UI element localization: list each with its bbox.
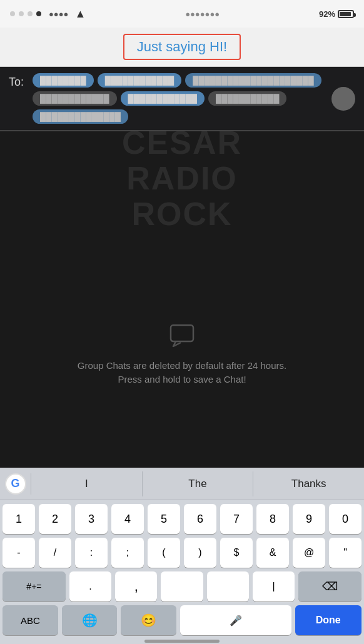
recipient-tag[interactable]: █████████████████████ (185, 73, 321, 88)
number-row: 1 2 3 4 5 6 7 8 9 0 (0, 500, 364, 534)
status-bar: ●●●● ▲ ●●●●●●● 92% (0, 0, 364, 28)
home-bar-area (0, 640, 364, 644)
status-left: ●●●● ▲ (10, 8, 86, 21)
battery-fill (340, 12, 351, 16)
dot3 (28, 11, 33, 16)
title-box: Just saying HI! (123, 34, 241, 60)
key-space[interactable]: 🎤 (180, 605, 291, 635)
battery-icon (338, 10, 354, 18)
key-colon[interactable]: : (75, 538, 108, 568)
app-area: Just saying HI! To: ████████ ███████████… (0, 28, 364, 644)
key-1[interactable]: 1 (3, 504, 35, 534)
battery-percentage: 92% (319, 9, 335, 19)
recipient-tag[interactable]: ███████████ (208, 91, 286, 106)
recipients-area[interactable]: To: ████████ ████████████ ██████████████… (0, 67, 364, 131)
key-pipe[interactable]: | (253, 571, 295, 601)
status-center: ●●●●●●● (185, 9, 220, 19)
key-globe[interactable]: 🌐 (62, 605, 118, 635)
title-bar: Just saying HI! (0, 28, 364, 67)
suggestion-the: The (188, 478, 206, 490)
key-rparen[interactable]: ) (184, 538, 216, 568)
key-5[interactable]: 5 (148, 504, 180, 534)
recipient-tag[interactable]: ██████████████ (33, 109, 128, 124)
chat-info-text: Group Chats are deleted by default after… (78, 359, 286, 387)
dot4 (36, 11, 41, 16)
symbol-row-1: - / : ; ( ) $ & @ " (0, 534, 364, 568)
key-slash[interactable]: / (39, 538, 71, 568)
key-emoji[interactable]: 😊 (121, 605, 176, 635)
key-8[interactable]: 8 (256, 504, 289, 534)
to-label: To: (9, 76, 28, 89)
status-right: 92% (319, 9, 354, 19)
recipient-tag[interactable]: ████████████ (98, 73, 182, 88)
google-button[interactable]: G (0, 473, 31, 495)
recipient-tag[interactable]: ████████████ (121, 91, 205, 106)
wifi-icon: ▲ (74, 8, 86, 21)
key-comma[interactable]: , (115, 571, 157, 601)
keyboard-area: G I The Thanks 1 2 3 4 5 6 (0, 468, 364, 644)
predictive-i[interactable]: I (31, 471, 143, 496)
suggestion-i: I (85, 478, 88, 490)
dot2 (19, 11, 24, 16)
suggestion-thanks: Thanks (291, 478, 326, 490)
carrier-label: ●●●● (49, 9, 68, 19)
key-ampersand[interactable]: & (256, 538, 289, 568)
predictive-thanks[interactable]: Thanks (253, 471, 364, 496)
avatar (331, 87, 355, 111)
key-delete[interactable]: ⌫ (298, 571, 361, 601)
predictive-the[interactable]: The (143, 471, 254, 496)
recipient-tag[interactable]: ████████ (33, 73, 94, 88)
key-7[interactable]: 7 (220, 504, 253, 534)
recipients-tags: ████████ ████████████ ██████████████████… (33, 73, 326, 124)
key-9[interactable]: 9 (293, 504, 325, 534)
key-semicolon[interactable]: ; (111, 538, 144, 568)
svg-rect-0 (171, 325, 193, 341)
key-a[interactable] (207, 571, 249, 601)
recipient-tag[interactable]: ████████████ (33, 91, 117, 106)
key-more-symbols[interactable]: #+= (3, 571, 66, 601)
key-dollar[interactable]: $ (220, 538, 253, 568)
google-label: G (11, 477, 19, 490)
google-icon: G (5, 473, 26, 495)
key-period[interactable]: . (69, 571, 111, 601)
symbol-row-2: #+= . , | ⌫ (0, 568, 364, 601)
key-lparen[interactable]: ( (148, 538, 180, 568)
key-abc[interactable]: ABC (3, 605, 58, 635)
time-label: ●●●●●●● (185, 9, 220, 19)
predictive-bar: G I The Thanks (0, 468, 364, 500)
key-at[interactable]: @ (293, 538, 325, 568)
bottom-row: ABC 🌐 😊 🎤 Done (0, 601, 364, 640)
chat-icon (168, 321, 196, 349)
key-2[interactable]: 2 (39, 504, 71, 534)
group-title: Just saying HI! (137, 39, 227, 54)
key-r[interactable] (161, 571, 203, 601)
key-3[interactable]: 3 (75, 504, 108, 534)
key-6[interactable]: 6 (184, 504, 216, 534)
key-quote[interactable]: " (329, 538, 361, 568)
key-4[interactable]: 4 (111, 504, 144, 534)
home-bar (144, 640, 220, 643)
dot1 (10, 11, 15, 16)
app-content: Just saying HI! To: ████████ ███████████… (0, 28, 364, 644)
key-dash[interactable]: - (3, 538, 35, 568)
key-0[interactable]: 0 (329, 504, 361, 534)
key-done[interactable]: Done (295, 605, 361, 635)
